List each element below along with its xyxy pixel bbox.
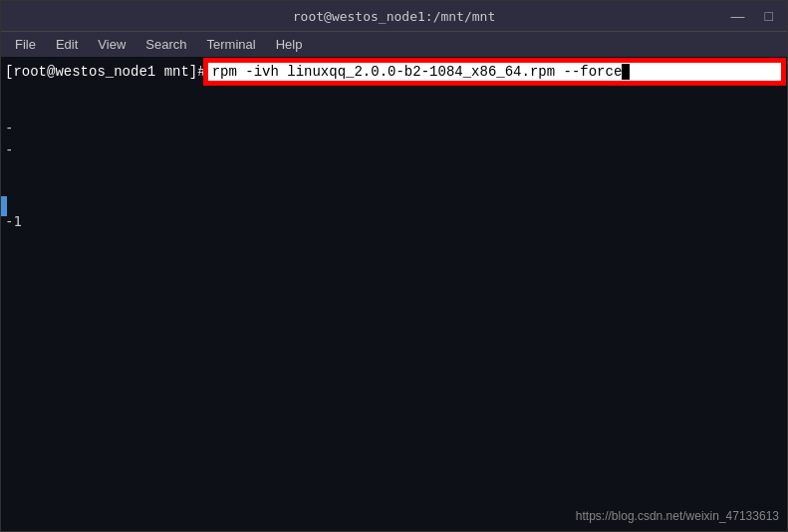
terminal-window: root@westos_node1:/mnt/mnt — □ File Edit… — [0, 0, 788, 532]
menu-view[interactable]: View — [88, 35, 135, 54]
terminal-prompt: [root@westos_node1 mnt]# — [5, 64, 206, 80]
menu-edit[interactable]: Edit — [46, 35, 88, 54]
menu-bar: File Edit View Search Terminal Help — [1, 31, 787, 57]
menu-help[interactable]: Help — [266, 35, 313, 54]
minimize-button[interactable]: — — [725, 6, 751, 26]
menu-search[interactable]: Search — [135, 35, 196, 54]
side-dash-2: - — [1, 138, 22, 160]
menu-terminal[interactable]: Terminal — [197, 35, 266, 54]
status-url: https://blog.csdn.net/weixin_47133613 — [576, 509, 779, 523]
side-dash-1: - — [1, 117, 22, 138]
terminal-command: rpm -ivh linuxqq_2.0.0-b2-1084_x86_64.rp… — [206, 61, 783, 83]
terminal-cursor — [622, 64, 630, 80]
menu-file[interactable]: File — [5, 35, 46, 54]
title-bar: root@westos_node1:/mnt/mnt — □ — [1, 1, 787, 31]
terminal-body[interactable]: [root@westos_node1 mnt]# rpm -ivh linuxq… — [1, 57, 787, 531]
blue-accent — [1, 196, 7, 216]
maximize-button[interactable]: □ — [759, 6, 779, 26]
title-bar-controls: — □ — [725, 6, 779, 26]
title-bar-title: root@westos_node1:/mnt/mnt — [293, 9, 496, 24]
status-bar: https://blog.csdn.net/weixin_47133613 — [576, 508, 779, 523]
command-line: [root@westos_node1 mnt]# rpm -ivh linuxq… — [1, 61, 787, 83]
